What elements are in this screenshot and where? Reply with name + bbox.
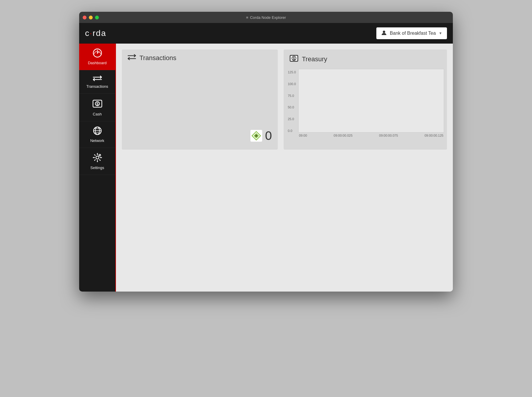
sidebar-item-transactions[interactable]: Transactions	[79, 70, 115, 94]
svg-point-15	[255, 135, 257, 137]
user-name: Bank of Breakfast Tea	[390, 31, 436, 36]
y-label-0: 0.0	[288, 129, 297, 133]
window-title: ≡ Corda Node Explorer	[246, 15, 286, 20]
widgets-row: Transactions	[122, 49, 447, 150]
main-layout: Dashboard Transactions	[79, 44, 453, 292]
y-label-50: 50.0	[288, 105, 297, 109]
dropdown-arrow-icon: ▼	[439, 31, 442, 35]
sidebar-transactions-label: Transactions	[87, 84, 108, 89]
y-label-75: 75.0	[288, 94, 297, 97]
cash-icon: $	[92, 98, 103, 110]
app-window: ≡ Corda Node Explorer c·rda Bank of Brea…	[79, 12, 453, 292]
sidebar-dashboard-label: Dashboard	[88, 61, 107, 65]
transactions-widget-header: Transactions	[122, 49, 278, 67]
title-icon: ≡	[246, 15, 248, 20]
sidebar-item-network[interactable]: Network	[79, 121, 115, 148]
close-button[interactable]	[83, 16, 87, 19]
y-label-25: 25.0	[288, 117, 297, 121]
sidebar: Dashboard Transactions	[79, 44, 116, 292]
svg-point-11	[96, 156, 99, 159]
content-area: Transactions	[116, 44, 453, 292]
corda-logo-small	[250, 130, 262, 142]
transactions-body: 0	[122, 67, 278, 148]
navbar: c·rda Bank of Breakfast Tea ▼	[79, 23, 453, 44]
svg-point-0	[383, 31, 385, 33]
logo-dot-icon: ·	[90, 29, 93, 38]
sidebar-item-settings[interactable]: Settings	[79, 148, 115, 175]
chart-main: 09:00 09:00:00.025 09:00:00.075 09:00:00…	[298, 69, 444, 140]
x-label-0: 09:00	[299, 134, 307, 140]
user-menu-button[interactable]: Bank of Breakfast Tea ▼	[376, 27, 447, 39]
treasury-widget-header: $ Treasury	[284, 49, 447, 69]
dashboard-icon	[93, 48, 102, 59]
treasury-widget-title: Treasury	[302, 55, 327, 63]
transactions-widget-icon	[128, 54, 136, 62]
settings-icon	[92, 153, 102, 164]
network-icon	[93, 126, 102, 137]
svg-text:$: $	[96, 102, 98, 106]
logo-suffix: rda	[93, 29, 106, 38]
y-label-125: 125.0	[288, 70, 297, 74]
chart-plot-area	[298, 69, 444, 133]
app-container: c·rda Bank of Breakfast Tea ▼	[79, 23, 453, 292]
logo-prefix: c	[85, 29, 90, 38]
treasury-widget: $ Treasury 125.0	[284, 49, 447, 150]
minimize-button[interactable]	[89, 16, 93, 19]
logo-text: c·rda	[85, 29, 106, 38]
transaction-count: 0	[265, 129, 272, 143]
transactions-widget-title: Transactions	[139, 54, 176, 62]
transactions-widget: Transactions	[122, 49, 278, 150]
titlebar: ≡ Corda Node Explorer	[79, 12, 453, 23]
sidebar-network-label: Network	[90, 138, 104, 143]
treasury-body: 125.0 100.0 75.0 50.0 25.0 0.0	[284, 69, 447, 143]
svg-point-2	[97, 52, 98, 54]
treasury-widget-icon: $	[290, 54, 298, 64]
sidebar-item-cash[interactable]: $ Cash	[79, 94, 115, 121]
chart-x-axis: 09:00 09:00:00.025 09:00:00.075 09:00:00…	[298, 134, 444, 140]
sidebar-settings-label: Settings	[90, 166, 104, 170]
logo: c·rda	[85, 29, 106, 38]
window-controls	[83, 16, 99, 19]
chart-wrapper: 125.0 100.0 75.0 50.0 25.0 0.0	[287, 69, 444, 140]
y-label-100: 100.0	[288, 82, 297, 86]
chart-y-axis: 125.0 100.0 75.0 50.0 25.0 0.0	[287, 69, 298, 140]
transaction-count-area: 0	[250, 129, 272, 143]
sidebar-cash-label: Cash	[93, 112, 102, 116]
transactions-icon	[93, 75, 102, 82]
x-label-1: 09:00:00.025	[334, 134, 353, 140]
sidebar-item-dashboard[interactable]: Dashboard	[79, 44, 115, 70]
x-label-2: 09:00:00.075	[379, 134, 398, 140]
maximize-button[interactable]	[95, 16, 99, 19]
x-label-3: 09:00:00.125	[425, 134, 443, 140]
user-icon	[381, 30, 387, 37]
